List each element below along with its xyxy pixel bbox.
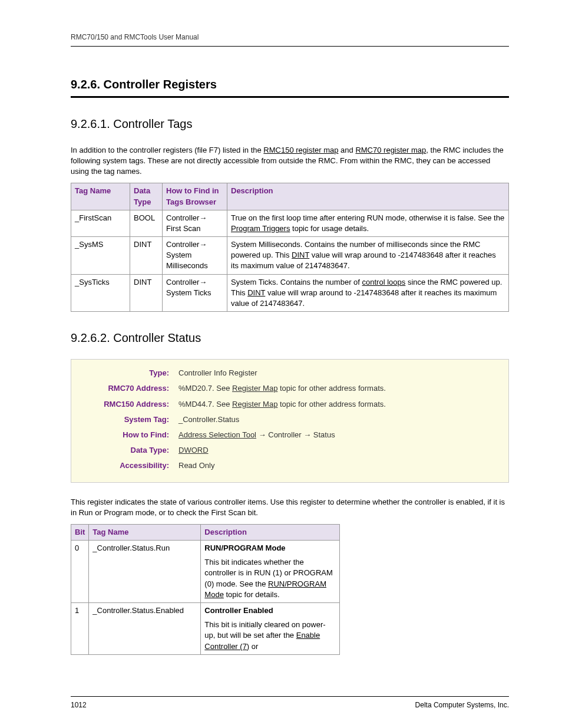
- cell: DINT: [130, 274, 163, 312]
- link-register-map[interactable]: Register Map: [232, 384, 277, 393]
- status-bits-table: Bit Tag Name Description 0 _Controller.S…: [71, 524, 340, 655]
- info-label: How to Find:: [81, 430, 169, 440]
- col-data-type: Data Type: [130, 183, 163, 210]
- info-row-type: Type: Controller Info Register: [81, 365, 499, 381]
- info-label: RMC150 Address:: [81, 399, 169, 410]
- info-value: Address Selection Tool → Controller → St…: [178, 430, 499, 440]
- info-value: %MD20.7. See Register Map topic for othe…: [178, 383, 499, 394]
- section-rule: [71, 96, 509, 98]
- info-value: _Controller.Status: [178, 414, 499, 425]
- col-tag-name: Tag Name: [89, 524, 201, 540]
- info-label: Data Type:: [81, 445, 169, 456]
- info-label: Accessibility:: [81, 460, 169, 471]
- text: True on the first loop time after enteri…: [231, 213, 504, 222]
- link-control-loops[interactable]: control loops: [362, 278, 406, 286]
- text: topic for other address formats.: [277, 400, 386, 409]
- controller-tags-table: Tag Name Data Type How to Find in Tags B…: [71, 183, 509, 312]
- cell: DINT: [130, 237, 163, 275]
- text: In addition to the controller registers …: [71, 146, 263, 154]
- link-rmc70-map[interactable]: RMC70 register map: [355, 146, 426, 154]
- cell: 0: [71, 541, 89, 603]
- text: and: [338, 146, 355, 154]
- cell: True on the first loop time after enteri…: [227, 210, 509, 236]
- info-label: RMC70 Address:: [81, 383, 169, 394]
- page-number: 1012: [71, 700, 87, 710]
- subsection-heading-status: 9.2.6.2. Controller Status: [71, 330, 509, 346]
- cell: _Controller.Status.Run: [89, 541, 201, 603]
- section-heading: 9.2.6. Controller Registers: [71, 76, 509, 93]
- desc-title: RUN/PROGRAM Mode: [204, 543, 285, 552]
- text: topic for other address formats.: [277, 384, 386, 393]
- table-row: _SysMS DINT Controller→ System Milliseco…: [71, 237, 509, 275]
- link-address-tool[interactable]: Address Selection Tool: [178, 430, 256, 439]
- info-box: Type: Controller Info Register RMC70 Add…: [71, 359, 509, 482]
- text: value will wrap around to -2147483648 af…: [231, 288, 497, 308]
- text: topic for usage details.: [290, 224, 369, 233]
- cell: 1: [71, 603, 89, 655]
- info-row-datatype: Data Type: DWORD: [81, 443, 499, 458]
- cell: _SysTicks: [71, 274, 130, 312]
- info-value: Read Only: [178, 460, 499, 471]
- link-rmc150-map[interactable]: RMC150 register map: [263, 146, 338, 154]
- cell: BOOL: [130, 210, 163, 236]
- col-description: Description: [201, 524, 340, 540]
- cell: RUN/PROGRAM Mode This bit indicates whet…: [201, 541, 340, 603]
- cell: System Milliseconds. Contains the number…: [227, 237, 509, 275]
- text: topic for details.: [224, 590, 280, 599]
- info-row-howtofind: How to Find: Address Selection Tool → Co…: [81, 427, 499, 443]
- table-row: _FirstScan BOOL Controller→ First Scan T…: [71, 210, 509, 236]
- text: System Ticks. Contains the number of: [231, 278, 362, 286]
- cell: _Controller.Status.Enabled: [89, 603, 201, 655]
- cell: System Ticks. Contains the number of con…: [227, 274, 509, 312]
- col-bit: Bit: [71, 524, 89, 540]
- cell: _FirstScan: [71, 210, 130, 236]
- info-value: DWORD: [178, 445, 499, 456]
- table-row: 1 _Controller.Status.Enabled Controller …: [71, 603, 340, 655]
- link-dint[interactable]: DINT: [292, 251, 309, 259]
- cell: Controller→ System Milliseconds: [163, 237, 227, 275]
- text: %MD20.7. See: [178, 384, 232, 393]
- info-label: System Tag:: [81, 414, 169, 425]
- link-program-triggers[interactable]: Program Triggers: [231, 224, 290, 233]
- table-row: _SysTicks DINT Controller→ System Ticks …: [71, 274, 509, 312]
- link-register-map[interactable]: Register Map: [232, 400, 277, 409]
- info-row-access: Accessibility: Read Only: [81, 458, 499, 473]
- info-value: Controller Info Register: [178, 368, 499, 378]
- col-description: Description: [227, 183, 509, 210]
- page-footer: 1012 Delta Computer Systems, Inc.: [71, 696, 509, 710]
- footer-company: Delta Computer Systems, Inc.: [415, 700, 509, 710]
- cell: Controller→ First Scan: [163, 210, 227, 236]
- subsection-heading-tags: 9.2.6.1. Controller Tags: [71, 116, 509, 132]
- status-paragraph: This register indicates the state of var…: [71, 497, 509, 518]
- col-how-to-find: How to Find in Tags Browser: [163, 183, 227, 210]
- info-row-systag: System Tag: _Controller.Status: [81, 412, 499, 427]
- page-header: RMC70/150 and RMCTools User Manual: [71, 32, 509, 47]
- text: or: [249, 642, 258, 651]
- text: %MD44.7. See: [178, 400, 232, 409]
- intro-paragraph: In addition to the controller registers …: [71, 145, 509, 177]
- text: → Controller → Status: [256, 430, 335, 439]
- col-tag-name: Tag Name: [71, 183, 130, 210]
- link-dword[interactable]: DWORD: [178, 446, 209, 454]
- cell: Controller→ System Ticks: [163, 274, 227, 312]
- desc-title: Controller Enabled: [204, 606, 273, 615]
- info-row-rmc70: RMC70 Address: %MD20.7. See Register Map…: [81, 381, 499, 396]
- cell: Controller Enabled This bit is initially…: [201, 603, 340, 655]
- info-value: %MD44.7. See Register Map topic for othe…: [178, 399, 499, 410]
- cell: _SysMS: [71, 237, 130, 275]
- info-row-rmc150: RMC150 Address: %MD44.7. See Register Ma…: [81, 397, 499, 412]
- info-label: Type:: [81, 368, 169, 378]
- table-row: 0 _Controller.Status.Run RUN/PROGRAM Mod…: [71, 541, 340, 603]
- link-dint[interactable]: DINT: [247, 288, 265, 297]
